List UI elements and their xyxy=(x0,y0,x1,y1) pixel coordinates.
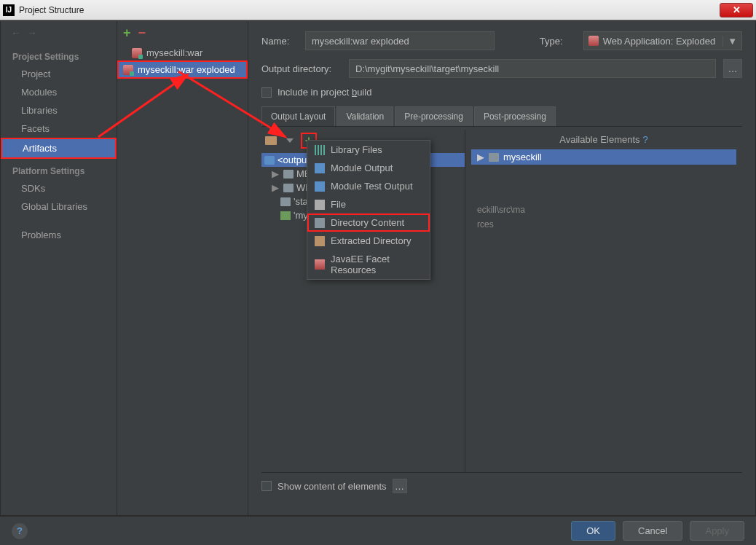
nav-back-icon[interactable]: ← xyxy=(11,27,21,39)
artifacts-list-panel: + − myseckill:war myseckill:war exploded xyxy=(117,21,248,515)
browse-button[interactable]: … xyxy=(723,59,742,78)
file-icon xyxy=(315,200,325,210)
tree-root-label: <output xyxy=(277,154,310,165)
menu-label: Extracted Directory xyxy=(331,235,412,246)
help-icon[interactable]: ? xyxy=(643,134,648,145)
menu-label: Module Test Output xyxy=(331,181,413,192)
menu-item-javaee-facet[interactable]: JavaEE Facet Resources xyxy=(307,250,430,279)
title-bar: IJ Project Structure ✕ xyxy=(0,0,756,20)
available-elements-panel: Available Elements? ▶ myseckill eckill\s… xyxy=(465,130,742,472)
directory-icon xyxy=(315,218,325,228)
webapp-icon xyxy=(588,36,599,46)
sidebar-section-header: Platform Settings xyxy=(1,159,117,179)
sidebar-item-artifacts[interactable]: Artifacts xyxy=(1,138,117,159)
artifact-item[interactable]: myseckill:war xyxy=(117,45,248,60)
artifact-tabs: Output Layout Validation Pre-processing … xyxy=(261,106,742,127)
artifact-type-select[interactable]: Web Application: Exploded ▼ xyxy=(583,31,742,50)
expand-icon[interactable]: ▶ xyxy=(272,182,280,193)
artifact-icon xyxy=(132,48,142,58)
tab-validation[interactable]: Validation xyxy=(336,106,393,126)
available-element-item[interactable]: ▶ myseckill xyxy=(471,149,736,165)
cancel-button[interactable]: Cancel xyxy=(623,521,682,541)
apply-button[interactable]: Apply xyxy=(690,521,744,541)
help-button[interactable]: ? xyxy=(12,523,28,539)
menu-item-module-output[interactable]: Module Output xyxy=(307,159,430,177)
settings-sidebar: ← → Project Settings Project Modules Lib… xyxy=(1,21,117,515)
dialog-footer: ? OK Cancel Apply xyxy=(0,516,756,545)
path-fragment: rces xyxy=(471,217,736,232)
type-label: Type: xyxy=(540,36,576,47)
chevron-down-icon: ▼ xyxy=(722,36,737,47)
module-folder-icon xyxy=(489,153,499,162)
add-copy-popup-menu: Library Files Module Output Module Test … xyxy=(307,140,430,280)
dropdown-button[interactable] xyxy=(282,133,298,149)
menu-item-directory-content[interactable]: Directory Content xyxy=(307,213,430,232)
sidebar-item-sdks[interactable]: SDKs xyxy=(1,179,117,197)
module-icon xyxy=(315,163,325,173)
library-icon xyxy=(315,145,325,155)
expand-icon[interactable]: ▶ xyxy=(477,152,484,162)
folder-icon xyxy=(280,197,291,206)
output-layout-tree-panel: + <output ▶ META ▶ WEB- xyxy=(261,130,465,472)
name-label: Name: xyxy=(261,36,298,47)
tab-post-processing[interactable]: Post-processing xyxy=(474,106,556,126)
show-content-label: Show content of elements xyxy=(277,481,387,492)
folder-icon xyxy=(283,184,294,192)
ok-button[interactable]: OK xyxy=(571,521,615,541)
artifact-label: myseckill:war xyxy=(146,47,202,58)
menu-item-file[interactable]: File xyxy=(307,195,430,213)
new-folder-button[interactable] xyxy=(263,133,279,149)
show-content-options-button[interactable]: … xyxy=(393,479,407,493)
tab-output-layout[interactable]: Output Layout xyxy=(261,106,335,126)
sidebar-item-libraries[interactable]: Libraries xyxy=(1,101,117,119)
archive-icon xyxy=(315,236,325,246)
nav-forward-icon[interactable]: → xyxy=(27,27,37,39)
output-root-icon xyxy=(264,156,275,165)
available-item-label: myseckill xyxy=(503,152,542,162)
menu-item-library-files[interactable]: Library Files xyxy=(307,141,430,159)
menu-label: Module Output xyxy=(331,162,393,173)
include-in-build-checkbox[interactable] xyxy=(261,87,272,98)
menu-label: File xyxy=(331,199,346,210)
sidebar-item-global-libraries[interactable]: Global Libraries xyxy=(1,197,117,216)
sidebar-section-header: Project Settings xyxy=(1,44,117,65)
sidebar-item-facets[interactable]: Facets xyxy=(1,119,117,138)
output-dir-label: Output directory: xyxy=(261,63,342,74)
path-fragment: eckill\src\ma xyxy=(471,203,736,217)
expand-icon[interactable]: ▶ xyxy=(272,168,280,179)
include-label: Include in project build xyxy=(277,87,371,98)
window-close-button[interactable]: ✕ xyxy=(720,3,753,17)
sidebar-item-problems[interactable]: Problems xyxy=(1,226,117,244)
javaee-icon xyxy=(315,259,325,270)
show-content-checkbox[interactable] xyxy=(261,481,272,491)
app-logo-icon: IJ xyxy=(3,4,15,16)
artifact-icon xyxy=(123,65,133,75)
artifact-detail-panel: Name: Type: Web Application: Exploded ▼ … xyxy=(248,21,755,515)
tab-pre-processing[interactable]: Pre-processing xyxy=(395,106,473,126)
artifact-label: myseckill:war exploded xyxy=(138,64,235,75)
menu-item-module-test-output[interactable]: Module Test Output xyxy=(307,177,430,195)
add-artifact-button[interactable]: + xyxy=(123,26,131,41)
type-value: Web Application: Exploded xyxy=(603,36,715,47)
artifact-name-input[interactable] xyxy=(305,31,495,50)
menu-label: Directory Content xyxy=(331,217,404,228)
folder-icon xyxy=(283,170,294,179)
menu-label: Library Files xyxy=(331,144,382,155)
artifact-item[interactable]: myseckill:war exploded xyxy=(117,60,248,79)
compile-output-icon xyxy=(280,211,291,220)
remove-artifact-button[interactable]: − xyxy=(138,26,146,41)
sidebar-item-modules[interactable]: Modules xyxy=(1,83,117,101)
module-icon xyxy=(315,181,325,192)
sidebar-item-project[interactable]: Project xyxy=(1,65,117,83)
available-elements-header: Available Elements? xyxy=(471,130,736,149)
menu-label: JavaEE Facet Resources xyxy=(331,254,422,275)
menu-item-extracted-directory[interactable]: Extracted Directory xyxy=(307,232,430,250)
window-title: Project Structure xyxy=(19,5,720,15)
output-dir-input[interactable] xyxy=(349,59,716,78)
